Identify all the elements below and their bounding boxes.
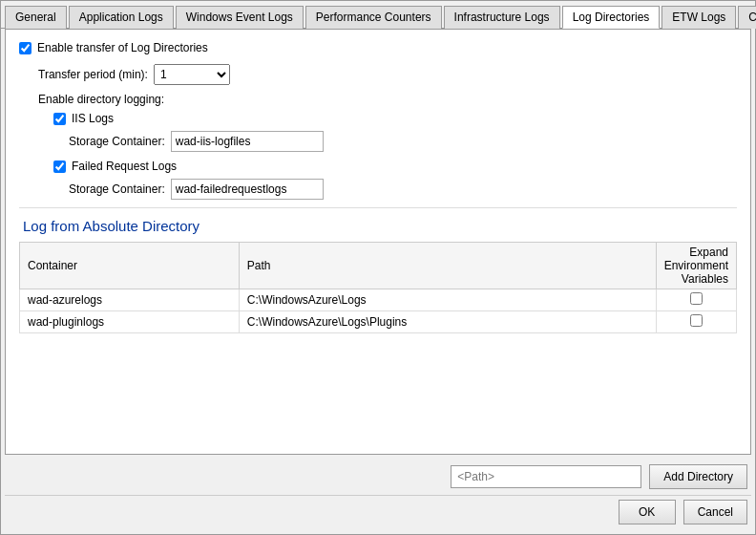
- ok-button[interactable]: OK: [619, 500, 676, 524]
- cell-path: C:\WindowsAzure\Logs: [239, 289, 656, 311]
- failed-request-label: Failed Request Logs: [72, 160, 177, 173]
- iis-storage-row: Storage Container:: [19, 131, 737, 152]
- log-table: Container Path Expand Environment Variab…: [19, 242, 737, 333]
- col-path: Path: [239, 243, 656, 289]
- table-row: wad-pluginlogsC:\WindowsAzure\Logs\Plugi…: [20, 311, 737, 333]
- transfer-period-label: Transfer period (min):: [38, 68, 148, 81]
- iis-logs-row: IIS Logs: [53, 112, 737, 125]
- tab-general[interactable]: General: [5, 6, 67, 29]
- cancel-button[interactable]: Cancel: [683, 500, 747, 524]
- tabs-bar: General Application Logs Windows Event L…: [1, 1, 755, 29]
- tab-windows-event-logs[interactable]: Windows Event Logs: [176, 6, 304, 29]
- tab-etw-logs[interactable]: ETW Logs: [662, 6, 736, 29]
- cell-container: wad-pluginlogs: [20, 311, 240, 333]
- col-expand: Expand Environment Variables: [656, 243, 736, 289]
- iis-logs-label: IIS Logs: [72, 112, 114, 125]
- add-directory-button[interactable]: Add Directory: [649, 464, 747, 489]
- window: General Application Logs Windows Event L…: [0, 0, 756, 535]
- cell-expand: [656, 289, 736, 311]
- tab-infrastructure-logs[interactable]: Infrastructure Logs: [444, 6, 560, 29]
- cell-container: wad-azurelogs: [20, 289, 240, 311]
- failed-request-section: Failed Request Logs: [19, 160, 737, 173]
- tab-application-logs[interactable]: Application Logs: [69, 6, 174, 29]
- add-dir-row: Add Directory: [5, 459, 751, 495]
- transfer-period-row: Transfer period (min): 1 5 10 30 60: [19, 64, 737, 85]
- iis-storage-label: Storage Container:: [69, 135, 165, 148]
- col-container: Container: [20, 243, 240, 289]
- failed-storage-row: Storage Container:: [19, 179, 737, 200]
- cell-expand: [656, 311, 736, 333]
- dir-logging-label: Enable directory logging:: [19, 93, 737, 106]
- tab-performance-counters[interactable]: Performance Counters: [305, 6, 442, 29]
- expand-env-checkbox[interactable]: [690, 314, 703, 327]
- enable-transfer-label: Enable transfer of Log Directories: [37, 41, 208, 54]
- ok-cancel-row: OK Cancel: [5, 495, 751, 530]
- iis-logs-checkbox[interactable]: [53, 113, 66, 125]
- content-area: Enable transfer of Log Directories Trans…: [5, 29, 751, 455]
- tab-crash-dumps[interactable]: Crash Dumps: [738, 6, 756, 29]
- iis-storage-input[interactable]: [171, 131, 324, 152]
- tab-log-directories[interactable]: Log Directories: [562, 6, 661, 29]
- cell-path: C:\WindowsAzure\Logs\Plugins: [239, 311, 656, 333]
- footer-area: Add Directory OK Cancel: [1, 455, 755, 534]
- failed-request-row: Failed Request Logs: [53, 160, 737, 173]
- failed-storage-input[interactable]: [171, 179, 324, 200]
- enable-transfer-row: Enable transfer of Log Directories: [19, 41, 737, 54]
- expand-env-checkbox[interactable]: [690, 292, 703, 305]
- transfer-period-select[interactable]: 1 5 10 30 60: [154, 64, 230, 85]
- table-row: wad-azurelogsC:\WindowsAzure\Logs: [20, 289, 737, 311]
- divider: [19, 207, 737, 208]
- log-section-title: Log from Absolute Directory: [19, 218, 737, 234]
- failed-request-checkbox[interactable]: [53, 160, 66, 173]
- path-input[interactable]: [451, 465, 641, 488]
- enable-transfer-checkbox[interactable]: [19, 42, 32, 54]
- iis-section: IIS Logs: [19, 112, 737, 125]
- failed-storage-label: Storage Container:: [69, 182, 165, 196]
